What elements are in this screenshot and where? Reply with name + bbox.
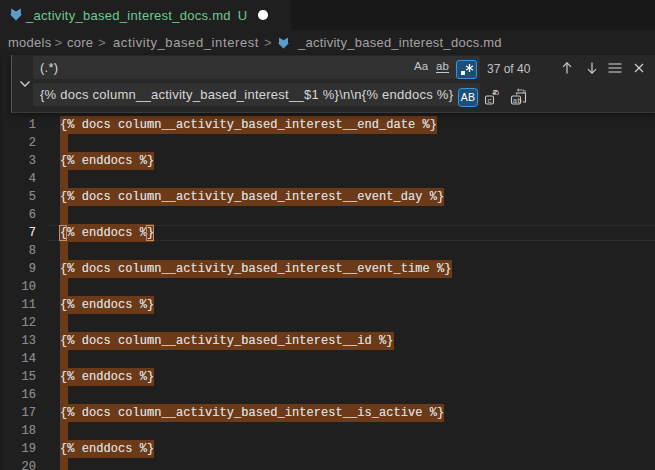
svg-text:c: c <box>487 96 492 105</box>
svg-text:b: b <box>522 88 526 95</box>
svg-text:ab: ab <box>513 97 522 105</box>
svg-text:b: b <box>495 88 500 97</box>
